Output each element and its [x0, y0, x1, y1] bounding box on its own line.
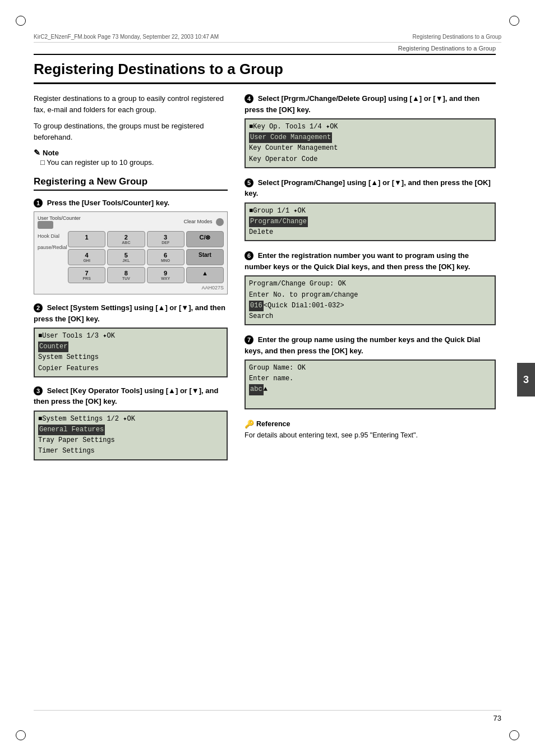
step-7-lcd: Group Name: OK Enter name. abc ▲: [245, 359, 496, 409]
chapter-number: 3: [523, 374, 529, 386]
key-start[interactable]: Start: [186, 249, 224, 265]
chapter-tab: 3: [517, 363, 535, 397]
key-9[interactable]: 9WXY: [147, 267, 185, 283]
step-4-num: 4: [245, 94, 253, 103]
key-1[interactable]: 1: [68, 231, 105, 247]
footer-bar: 73: [34, 710, 501, 722]
key-3[interactable]: 3DEF: [147, 231, 185, 247]
keypad-label-cm: Clear Modes: [184, 218, 224, 226]
key-6[interactable]: 6MNO: [147, 249, 185, 265]
step-7: 7 Enter the group name using the number …: [245, 334, 496, 409]
keypad-label-uc: User Tools/Counter: [38, 215, 81, 229]
step-6: 6 Enter the registration number you want…: [245, 250, 496, 325]
note-block: ✎ Note □ You can register up to 10 group…: [34, 148, 228, 168]
reference-text: For details about entering text, see p.9…: [245, 430, 496, 441]
step-5-lcd: ■Group 1/1 ✦OK Program/Change Delete: [245, 202, 496, 242]
step-6-label: 6 Enter the registration number you want…: [245, 250, 496, 272]
key-clear-stop[interactable]: C/⊗: [186, 231, 224, 247]
step-3: 3 Select [Key Operator Tools] using [▲] …: [34, 385, 228, 460]
keypad-label: AAH027S: [68, 285, 224, 291]
key-4[interactable]: 4GHI: [68, 249, 105, 265]
header-section-title: Registering Destinations to a Group: [413, 34, 501, 40]
key-2[interactable]: 2ABC: [107, 231, 145, 247]
step-4-lcd: ■Key Op. Tools 1/4 ✦OK User Code Managem…: [245, 118, 496, 168]
step-4: 4 Select [Prgrm./Change/Delete Group] us…: [245, 93, 496, 168]
section-heading: Registering a New Group: [34, 176, 228, 191]
step-5-num: 5: [245, 178, 253, 187]
key-arrow[interactable]: ▲: [186, 267, 224, 283]
reference-title: 🔑 Reference: [245, 418, 496, 430]
left-column: Register destinations to a group to easi…: [34, 93, 228, 468]
intro-text-1: Register destinations to a group to easi…: [34, 93, 228, 115]
step-1-label: 1 Press the [User Tools/Counter] key.: [34, 197, 228, 209]
two-column-layout: Register destinations to a group to easi…: [34, 93, 496, 468]
note-text: □ You can register up to 10 groups.: [34, 157, 228, 168]
step-7-num: 7: [245, 335, 253, 344]
key-8[interactable]: 8TUV: [107, 267, 145, 283]
corner-mark-tr: [509, 16, 519, 26]
page-section-title: Registering Destinations to a Group: [34, 45, 496, 55]
corner-mark-bl: [16, 730, 26, 740]
page-number: 73: [494, 714, 501, 722]
step-3-num: 3: [34, 386, 43, 395]
step-7-label: 7 Enter the group name using the number …: [245, 334, 496, 356]
keypad-grid-wrapper: 1 2ABC 3DEF C/⊗ 4GHI 5JKL 6MNO Start 7PR…: [68, 231, 224, 291]
step-2-num: 2: [34, 303, 43, 312]
header-bar: KirC2_ENzenF_FM.book Page 73 Monday, Sep…: [34, 34, 501, 43]
step-2-lcd: ■User Tools 1/3 ✦OK Counter System Setti…: [34, 328, 228, 377]
key-7[interactable]: 7PRS: [68, 267, 105, 283]
keypad-main: Hook Dial pause/Redial 1 2ABC 3DEF C/⊗ 4…: [38, 231, 224, 291]
step-5-label: 5 Select [Program/Change] using [▲] or […: [245, 177, 496, 199]
step-3-lcd: ■System Settings 1/2 ✦OK General Feature…: [34, 411, 228, 460]
corner-mark-tl: [16, 16, 26, 26]
intro-text-2: To group destinations, the groups must b…: [34, 121, 228, 142]
note-title: ✎ Note: [34, 148, 228, 157]
step-1: 1 Press the [User Tools/Counter] key. Us…: [34, 197, 228, 295]
main-content: Registering Destinations to a Group Regi…: [34, 45, 496, 711]
right-column: 4 Select [Prgrm./Change/Delete Group] us…: [245, 93, 496, 468]
step-5: 5 Select [Program/Change] using [▲] or […: [245, 177, 496, 242]
note-icon: ✎: [34, 148, 40, 157]
step-6-lcd: Program/Change Group: OK Enter No. to pr…: [245, 275, 496, 325]
keypad-diagram: User Tools/Counter Clear Modes Hook Dial…: [34, 211, 228, 294]
key-5[interactable]: 5JKL: [107, 249, 145, 265]
step-1-num: 1: [34, 199, 43, 208]
main-heading: Registering Destinations to a Group: [34, 61, 496, 84]
step-6-num: 6: [245, 251, 253, 260]
step-2: 2 Select [System Settings] using [▲] or …: [34, 302, 228, 377]
keypad-side: Hook Dial pause/Redial: [38, 231, 66, 291]
reference-block: 🔑 Reference For details about entering t…: [245, 418, 496, 441]
step-2-label: 2 Select [System Settings] using [▲] or …: [34, 302, 228, 324]
keypad-top-row: User Tools/Counter Clear Modes: [38, 215, 224, 229]
file-info: KirC2_ENzenF_FM.book Page 73 Monday, Sep…: [34, 34, 219, 40]
step-3-label: 3 Select [Key Operator Tools] using [▲] …: [34, 385, 228, 407]
corner-mark-br: [509, 730, 519, 740]
step-4-label: 4 Select [Prgrm./Change/Delete Group] us…: [245, 93, 496, 115]
reference-icon: 🔑: [245, 418, 254, 430]
